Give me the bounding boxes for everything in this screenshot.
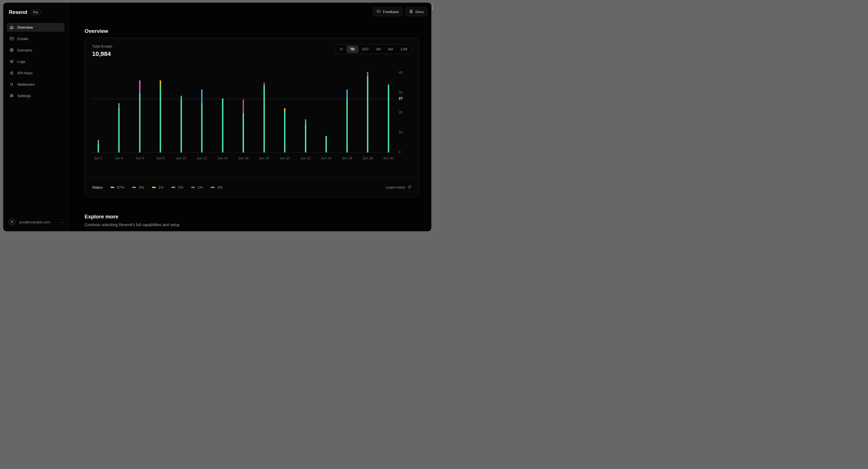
bar-segment-blue <box>98 141 99 144</box>
metric-label: Total Emails <box>92 44 113 49</box>
range-6m[interactable]: 6M <box>384 45 397 53</box>
range-7d[interactable]: 7D <box>346 45 358 53</box>
bar-segment-blue <box>305 119 306 125</box>
bar-jun-18[interactable] <box>264 83 265 152</box>
bar-jun-8[interactable] <box>160 81 161 152</box>
sidebar-item-label: Overview <box>17 25 33 30</box>
range-selector: D7D30D3M6M12M <box>336 44 412 54</box>
bar-segment-green <box>326 136 327 152</box>
x-axis-label-jun-4: Jun 4 <box>109 156 129 160</box>
learn-more-link[interactable]: Learn more <box>386 185 411 190</box>
sidebar-item-settings[interactable]: Settings <box>7 91 65 100</box>
sidebar-item-webhooks[interactable]: Webhooks <box>7 80 65 89</box>
range-3m[interactable]: 3M <box>372 45 384 53</box>
sidebar-item-emails[interactable]: Emails <box>7 34 65 43</box>
legend-item-red: 1% <box>191 185 203 189</box>
bar-jun-24[interactable] <box>326 136 327 152</box>
bar-jun-22[interactable] <box>305 119 306 152</box>
sidebar-item-domains[interactable]: Domains <box>7 45 65 55</box>
arrows-up-down-icon <box>9 82 14 87</box>
bar-segment-blue <box>201 90 203 103</box>
bar-jun-16[interactable] <box>243 100 244 152</box>
y-axis-tick-0: 0 <box>399 150 401 154</box>
x-axis-label-jun-10: Jun 10 <box>171 156 191 160</box>
emails-chart: 01020304027Jun 1Jun 4Jun 6Jun 8Jun 10Jun… <box>92 69 412 161</box>
feedback-button[interactable]: Feedback <box>373 7 403 16</box>
x-axis-label-jun-30: Jun 30 <box>378 156 399 160</box>
x-axis-label-jun-16: Jun 16 <box>233 156 254 160</box>
docs-icon <box>409 9 413 14</box>
total-emails-card: Total Emails 10,984 D7D30D3M6M12M 010203… <box>85 38 419 197</box>
bar-segment-red <box>243 100 244 113</box>
top-buttons: Feedback Docs <box>373 7 428 16</box>
x-axis-label-jun-1: Jun 1 <box>88 156 108 160</box>
globe-icon <box>9 48 14 52</box>
sidebar-item-label: API Keys <box>17 71 33 75</box>
window-scroll-handle[interactable] <box>432 4 433 9</box>
sidebar-item-overview[interactable]: Overview <box>7 23 65 32</box>
bar-jun-6[interactable] <box>139 81 141 152</box>
legend-percent: 1% <box>158 185 164 189</box>
sidebar-item-label: Emails <box>17 37 29 41</box>
bar-jun-26[interactable] <box>346 90 348 152</box>
bar-jun-10[interactable] <box>181 96 182 152</box>
bar-segment-red <box>264 83 265 85</box>
range-30d[interactable]: 30D <box>358 45 372 53</box>
x-axis-label-jun-14: Jun 14 <box>212 156 233 160</box>
page-title: Overview <box>85 28 108 34</box>
legend-item-green: 87% <box>111 185 124 189</box>
desktop: { "brand": {"name": "Resend", "badge": "… <box>0 0 434 234</box>
range-12m[interactable]: 12M <box>397 45 411 53</box>
legend-percent: 1% <box>178 185 183 189</box>
bar-segment-blue <box>181 96 182 100</box>
bar-segment-green <box>98 144 99 152</box>
x-axis-label-jun-8: Jun 8 <box>150 156 171 160</box>
explore-more-subtitle: Continue unlocking Resend’s full capabil… <box>85 222 180 227</box>
bar-jun-14[interactable] <box>222 98 223 152</box>
legend-item-magenta: 3% <box>211 185 223 189</box>
bar-segment-blue <box>118 103 120 108</box>
chart-x-axis-line <box>92 152 394 153</box>
app-window: Resend Pro OverviewEmailsDomainsLogsAPI … <box>3 3 431 231</box>
bar-jun-12[interactable] <box>201 90 203 152</box>
bar-segment-green <box>284 112 285 152</box>
reference-dashed-line <box>92 99 394 99</box>
range-d[interactable]: D <box>337 45 346 53</box>
bar-jun-30[interactable] <box>388 84 389 152</box>
card-footer: Status 87%3%1%1%1%3% Learn more <box>85 177 419 197</box>
main-area: Feedback Docs Overview Total Emails 10,9… <box>68 3 431 231</box>
account-menu-ellipsis-icon[interactable]: ··· <box>58 220 65 224</box>
bar-jun-1[interactable] <box>98 140 99 152</box>
bar-segment-green <box>305 125 306 152</box>
logs-icon <box>9 59 14 64</box>
status-legend: 87%3%1%1%1%3% <box>111 185 386 189</box>
bar-segment-green <box>243 113 244 152</box>
bar-segment-green <box>181 100 182 152</box>
bar-segment-green <box>222 98 223 152</box>
x-axis-label-jun-6: Jun 6 <box>129 156 150 160</box>
sidebar-item-label: Logs <box>17 60 25 64</box>
chart-plot: 01020304027Jun 1Jun 4Jun 6Jun 8Jun 10Jun… <box>92 69 394 152</box>
metric-value: 10,984 <box>92 50 113 58</box>
bar-segment-yellow <box>160 81 161 86</box>
x-axis-label-jun-20: Jun 20 <box>275 156 295 160</box>
sliders-icon <box>9 93 14 98</box>
bar-jun-28[interactable] <box>367 72 368 152</box>
avatar: Y <box>8 218 16 226</box>
legend-swatch-green <box>111 187 114 188</box>
bar-segment-green <box>118 108 120 152</box>
docs-button[interactable]: Docs <box>405 7 428 16</box>
y-axis-tick-10: 10 <box>399 130 403 134</box>
bar-jun-4[interactable] <box>118 103 120 152</box>
bar-segment-green <box>367 76 368 152</box>
sidebar-item-logs[interactable]: Logs <box>7 57 65 66</box>
legend-swatch-yellow <box>152 187 156 188</box>
sidebar-item-api-keys[interactable]: API Keys <box>7 68 65 77</box>
mail-icon <box>9 36 14 41</box>
bar-jun-20[interactable] <box>284 108 285 152</box>
x-axis-label-jun-28: Jun 28 <box>358 156 378 160</box>
bar-segment-green <box>160 86 161 152</box>
docs-button-label: Docs <box>415 10 424 14</box>
brand: Resend Pro <box>9 9 68 15</box>
bar-segment-red <box>367 73 368 76</box>
